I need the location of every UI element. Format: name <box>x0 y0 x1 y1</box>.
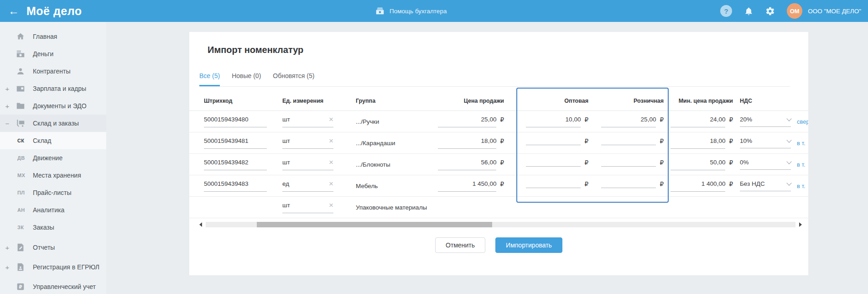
min-price-input[interactable]: 24,00 <box>670 116 725 127</box>
table-row: 5000159439482шт×.../Блокноты56,00₽₽₽50,0… <box>189 154 808 175</box>
min-price-input[interactable]: 18,00 <box>670 137 725 149</box>
sale-price-input[interactable]: 56,00 <box>438 159 496 170</box>
home-icon <box>16 31 26 42</box>
sidebar-item-upravlencheskiy-uchet[interactable]: ₽Управленческий учет <box>0 278 106 294</box>
sale-price-input[interactable]: 18,00 <box>438 137 496 149</box>
group-cell: Упаковочные материалы <box>356 197 436 218</box>
import-button[interactable]: Импортировать <box>495 237 562 253</box>
scrollbar-thumb[interactable] <box>257 222 492 227</box>
bell-icon[interactable] <box>744 6 754 16</box>
min-price-input[interactable]: 1 400,00 <box>670 180 725 192</box>
sidebar-item-kontragenty[interactable]: Контрагенты <box>0 63 106 80</box>
clear-unit-icon[interactable]: × <box>329 116 333 123</box>
expander-icon[interactable]: + <box>4 85 11 93</box>
vat-select[interactable]: Без НДС <box>740 180 791 191</box>
vat-value: Без НДС <box>740 180 765 187</box>
sidebar-item-otchety[interactable]: +Отчеты <box>0 239 106 256</box>
barcode-input[interactable]: 5000159439482 <box>204 159 267 170</box>
vat-mode-link[interactable]: в т. <box>797 183 806 189</box>
help-icon[interactable]: ? <box>720 5 732 17</box>
group-value: .../Ручки <box>356 118 379 125</box>
vat-mode-link[interactable]: в т. <box>797 161 806 168</box>
sidebar-item-zakazy[interactable]: ЗКЗаказы <box>0 219 106 236</box>
retail-price-input[interactable] <box>601 184 656 188</box>
vat-mode-link[interactable]: свер <box>797 118 808 125</box>
clear-unit-icon[interactable]: × <box>329 158 333 166</box>
sale_price-cell: 18,00₽ <box>426 132 504 153</box>
sidebar-item-dvizhenie[interactable]: ДВДвижение <box>0 149 106 167</box>
wholesale-cell: ₽ <box>525 154 588 175</box>
sidebar-item-mesta-khraneniya[interactable]: МХМеста хранения <box>0 167 106 184</box>
accountant-help-link[interactable]: Помощь бухгалтера <box>375 0 447 22</box>
sale_price-cell: 1 450,00₽ <box>426 175 504 196</box>
unit-input[interactable]: шт× <box>282 201 333 213</box>
sidebar-item-zarplata-i-kadry[interactable]: +Зарплата и кадры <box>0 80 106 97</box>
sidebar-item-sklad[interactable]: СКСклад <box>0 132 106 149</box>
column-header-unit: Ед. измерения <box>282 86 333 110</box>
wholesale-price-input[interactable]: 10,00 <box>526 116 581 127</box>
account-menu[interactable]: ОМ ООО "МОЕ ДЕЛО" <box>787 3 861 19</box>
vat-mode-link[interactable]: в т. <box>797 140 806 147</box>
tab-new[interactable]: Новые (0) <box>232 72 261 86</box>
group-cell: .../Ручки <box>356 111 436 132</box>
unit-value: шт <box>282 202 290 209</box>
vat-select[interactable]: 10% <box>740 137 791 148</box>
report-icon <box>16 242 26 252</box>
unit-input[interactable]: шт× <box>282 116 333 127</box>
avatar[interactable]: ОМ <box>787 3 802 19</box>
retail-price-input[interactable]: 25,00 <box>601 116 656 127</box>
barcode-input[interactable]: 5000159439480 <box>204 116 267 127</box>
sidebar-item-glavnaya[interactable]: Главная <box>0 28 106 45</box>
scroll-left-icon[interactable] <box>199 222 202 227</box>
clear-unit-icon[interactable]: × <box>329 201 333 209</box>
wholesale-price-input[interactable] <box>526 162 581 167</box>
scrollbar-track[interactable] <box>206 222 795 227</box>
sale-price-input[interactable]: 1 450,00 <box>438 180 496 192</box>
sale-price-input[interactable]: 25,00 <box>438 116 496 127</box>
vat-select[interactable]: 0% <box>740 159 791 170</box>
sidebar-item-dokumenty-i-edo[interactable]: +Документы и ЭДО <box>0 97 106 115</box>
retail-cell: ₽ <box>604 175 664 196</box>
sidebar-item-registratsiya-v-egryul[interactable]: +Регистрация в ЕГРЮЛ <box>0 256 106 278</box>
retail-price-input[interactable] <box>601 162 656 167</box>
page-title: Импорт номенклатур <box>208 45 303 55</box>
sidebar-item-label: Документы и ЭДО <box>33 102 103 110</box>
import-table: ШтрихкодЕд. измеренияГруппаЦена продажиО… <box>189 86 808 218</box>
expander-icon[interactable]: + <box>4 244 11 252</box>
unit-input[interactable]: шт× <box>282 137 333 149</box>
wholesale-price-input[interactable] <box>526 184 581 188</box>
barcode-input[interactable]: 5000159439483 <box>204 180 267 192</box>
unit-input[interactable]: ед× <box>282 180 333 192</box>
clear-unit-icon[interactable]: × <box>329 137 333 145</box>
back-arrow-icon[interactable]: ← <box>8 5 19 16</box>
cancel-button[interactable]: Отменить <box>435 237 485 253</box>
ruble-doc-icon: ₽ <box>16 282 26 292</box>
expander-icon[interactable]: + <box>4 263 11 271</box>
sidebar-item-prays-listy[interactable]: ПЛПрайс-листы <box>0 184 106 201</box>
scroll-right-icon[interactable] <box>799 222 802 227</box>
expander-icon[interactable]: − <box>4 120 11 127</box>
vat-select[interactable]: 20% <box>740 116 791 127</box>
min-price-input[interactable]: 50,00 <box>670 159 725 170</box>
app-logo[interactable]: Моё дело <box>26 5 82 18</box>
sidebar-item-dengi[interactable]: Деньги <box>0 45 106 63</box>
currency-symbol: ₽ <box>584 137 588 149</box>
sidebar-item-label: Места хранения <box>33 172 103 179</box>
gear-icon[interactable] <box>765 6 775 16</box>
expander-icon[interactable]: + <box>4 102 11 110</box>
sidebar-item-label: Заказы <box>33 224 103 231</box>
currency-symbol: ₽ <box>500 116 504 127</box>
clear-unit-icon[interactable]: × <box>329 180 333 188</box>
barcode-input[interactable]: 5000159439481 <box>204 137 267 149</box>
wholesale-price-input[interactable] <box>526 141 581 145</box>
tab-all[interactable]: Все (5) <box>199 72 220 86</box>
chevron-down-icon <box>786 137 791 142</box>
sidebar-item-analitika[interactable]: АНАналитика <box>0 201 106 219</box>
retail-price-input[interactable] <box>601 141 656 145</box>
tab-updated[interactable]: Обновятся (5) <box>273 72 314 86</box>
unit-input[interactable]: шт× <box>282 158 333 170</box>
column-header-label: Мин. цена продажи <box>679 98 733 104</box>
sidebar-item-label: Контрагенты <box>33 68 103 75</box>
vat_link-cell <box>797 197 808 218</box>
sidebar-item-sklad-i-zakazy[interactable]: −Склад и заказы <box>0 115 106 132</box>
